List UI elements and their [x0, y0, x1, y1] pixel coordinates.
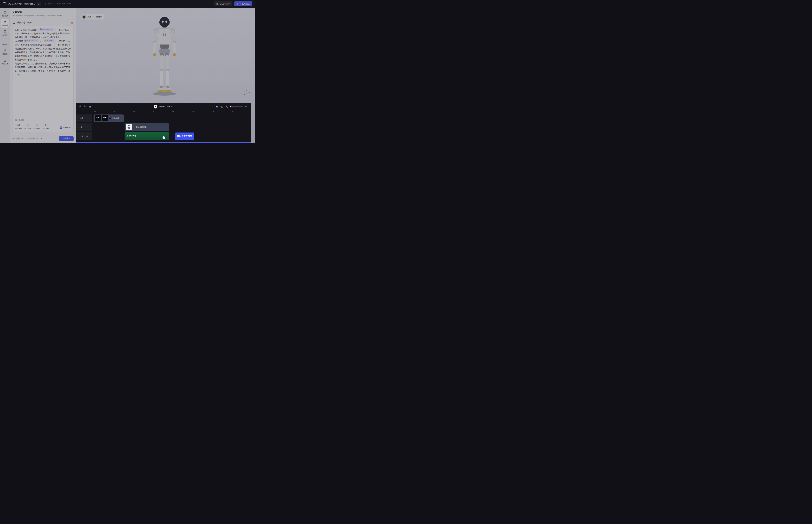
play-audio-icon[interactable] [13, 21, 15, 24]
expression-track: 害羞微笑 [76, 114, 250, 122]
audio-clip-icon [126, 135, 128, 137]
one-click-arrange-button[interactable]: AI 一键编排 [15, 124, 22, 130]
rename-project-button[interactable] [37, 2, 41, 6]
deploy-device-button[interactable]: 下发到设备 [234, 1, 253, 6]
axis-gizmo-icon[interactable] [243, 89, 250, 97]
expression-library-icon [3, 30, 6, 33]
expression-track-icon [80, 117, 83, 120]
expression-track-header[interactable] [76, 114, 92, 122]
audio-library-icon [3, 49, 6, 52]
expression-clip-label: 害羞微笑 [112, 117, 119, 119]
audio-track: 官方声音 鼠标长按并拖拽 [76, 132, 250, 140]
ruler-tick: 14f [230, 110, 249, 113]
emotion-tag[interactable]: 哈哈大笑(10s) [24, 39, 39, 42]
hand-cursor-icon [162, 135, 166, 140]
sidebar-item-audio-arrange[interactable]: 音频编排 [0, 19, 9, 28]
synthesize-save-button[interactable]: 合成并保存 [214, 1, 232, 6]
ai-arrange-icon: AI [17, 124, 20, 127]
ruler-tick: 12f [210, 110, 230, 113]
deploy-device-label: 下发到设备 [240, 2, 250, 5]
play-triangle-icon [155, 106, 156, 107]
rhythm-motion-toggle[interactable]: 韵律动作 [60, 126, 71, 130]
script-editor[interactable]: 这是一家全球领先的公司 哈哈大笑(10s)×「专注于先进机器人系统的设计、制造和… [12, 26, 74, 132]
fit-timeline-icon[interactable] [215, 105, 218, 108]
svg-text:AI: AI [18, 125, 19, 126]
cost-value: 0 [44, 137, 45, 140]
motion-thumb [126, 124, 132, 130]
audio-file-row: 默认名称1.mp3 [13, 21, 73, 24]
pencil-icon [38, 3, 40, 5]
expression-clip-icon [109, 117, 111, 119]
timeline-tracks: 害羞微笑 超帅走路姿势 [76, 114, 250, 140]
zoom-slider-knob[interactable] [230, 106, 231, 107]
save-icon [216, 3, 218, 5]
remove-tag-icon[interactable]: × [39, 40, 41, 42]
timeline-ruler[interactable]: 0f2f4f6f8f10f12f14f16f [94, 110, 250, 113]
sidebar-item-label: 表情库 [2, 34, 7, 36]
sidebar-item-label: 音频编排 [1, 24, 8, 27]
motion-imitate-icon [3, 11, 6, 14]
add-frame-icon[interactable] [221, 105, 223, 108]
insert-motion-button[interactable]: 插入动作 [25, 124, 31, 130]
ruler-tick: 4f [132, 110, 152, 113]
sidebar: 动作模仿 音频编排 表情库 动作库 音频库 我的任务 [0, 7, 10, 143]
emotion-tag-icon [44, 39, 46, 42]
ruler-tick: 6f [152, 110, 172, 113]
sidebar-item-audio-library[interactable]: 音频库 [0, 48, 9, 56]
play-button[interactable] [153, 105, 157, 109]
timeline-toolbar: ↺ ↻ 00:00 / 00:30 [76, 103, 250, 110]
model-badge[interactable]: 灵犀X2｜青春版 [81, 14, 104, 19]
redo-icon[interactable]: ↻ [84, 105, 86, 108]
motion-clip[interactable]: 超帅走路姿势 [125, 124, 169, 131]
insert-expression-icon [36, 124, 38, 127]
sidebar-item-expression-library[interactable]: 表情库 [0, 29, 9, 37]
clock-icon [44, 3, 47, 5]
zoom-out-icon[interactable] [225, 105, 228, 108]
motion-clip-label: 超帅走路姿势 [136, 126, 147, 128]
audio-track-header[interactable] [76, 132, 92, 140]
expression-clip[interactable]: 害羞微笑 [94, 114, 124, 122]
record-dial-icon[interactable] [80, 135, 83, 137]
rhythm-checkbox[interactable] [60, 127, 62, 129]
speaker-icon[interactable] [85, 135, 88, 137]
audio-track-lane[interactable]: 官方声音 鼠标长按并拖拽 [94, 132, 250, 140]
rhythm-label: 韵律动作 [63, 126, 71, 129]
motion-track-lane[interactable]: 超帅走路姿势 [94, 124, 250, 131]
remove-tag-icon[interactable]: × [55, 40, 56, 42]
action-label: 清空编排 [43, 128, 50, 130]
app-logo-icon[interactable] [3, 2, 6, 6]
app-root: A1机器人动作-我的项目1 保存时间 26/01/03 12:01 合成并保存 … [0, 0, 255, 143]
model-badge-label: 灵犀X2｜青春版 [87, 15, 102, 18]
sidebar-item-motion-imitate[interactable]: 动作模仿 [0, 10, 9, 18]
insert-expression-button[interactable]: 插入表情 [34, 124, 40, 130]
clear-arrange-icon [45, 124, 48, 127]
insert-motion-icon [27, 124, 29, 127]
motion-track-header[interactable] [76, 124, 92, 131]
clear-arrange-button[interactable]: 清空编排 [43, 124, 50, 130]
emotion-tag[interactable]: 鬼脸(5s) [44, 39, 54, 42]
generate-now-button[interactable]: 立即生成 [59, 136, 74, 141]
sidebar-item-motion-library[interactable]: 动作库 [0, 38, 9, 47]
script-text[interactable]: 这是一家全球领先的公司 哈哈大笑(10s)×「专注于先进机器人系统的设计、制造和… [15, 28, 71, 118]
sidebar-item-my-tasks[interactable]: 我的任务 [0, 58, 9, 66]
delete-clip-icon[interactable] [89, 105, 91, 108]
ruler-tick: 2f [113, 110, 132, 113]
undo-icon[interactable]: ↺ [79, 105, 81, 108]
drag-hint-tooltip: 鼠标长按并拖拽 [175, 132, 194, 140]
zoom-in-icon[interactable] [245, 105, 248, 108]
synthesize-save-label: 合成并保存 [220, 2, 230, 5]
topbar: A1机器人动作-我的项目1 保存时间 26/01/03 12:01 合成并保存 … [0, 0, 255, 7]
audio-file-name: 默认名称1.mp3 [17, 21, 69, 24]
audio-arrange-icon [3, 20, 6, 23]
timeline-zoom-slider[interactable] [230, 107, 243, 107]
delete-audio-icon[interactable] [71, 21, 73, 24]
remaining-stones-label: 剩余灵石 300 [12, 137, 24, 140]
ruler-tick: 16f [249, 110, 250, 113]
robot-model[interactable] [144, 14, 185, 101]
sidebar-item-label: 动作模仿 [1, 15, 8, 17]
expression-track-lane[interactable]: 害羞微笑 [94, 114, 250, 122]
motion-clip-icon [133, 126, 135, 128]
emotion-tag[interactable]: 哈哈大笑(10s) [39, 28, 54, 31]
remove-tag-icon[interactable]: × [54, 29, 56, 31]
sidebar-item-label: 音频库 [2, 53, 7, 55]
